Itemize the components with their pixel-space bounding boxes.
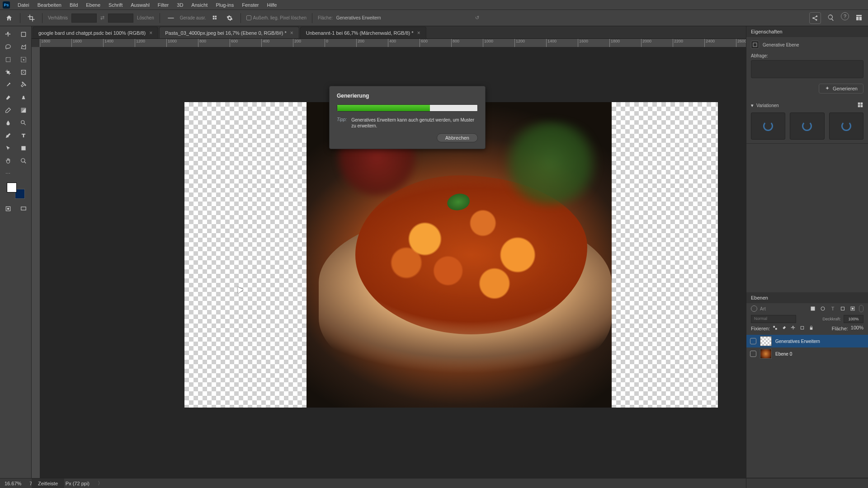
brush-tool[interactable]	[2, 92, 14, 103]
clone-stamp-tool[interactable]	[17, 92, 30, 103]
crop-tool[interactable]	[2, 67, 14, 78]
fill-opacity-input[interactable]: 100%	[851, 325, 863, 332]
hand-tool[interactable]	[2, 155, 14, 166]
lock-all-icon[interactable]	[809, 325, 815, 332]
help-icon[interactable]: ?	[841, 12, 849, 20]
menu-layer[interactable]: Ebene	[82, 2, 104, 8]
move-tool[interactable]	[2, 29, 14, 40]
variation-thumb[interactable]	[829, 113, 863, 140]
menu-edit[interactable]: Bearbeiten	[33, 2, 66, 8]
polygonal-lasso-tool[interactable]	[17, 42, 30, 52]
menu-type[interactable]: Schrift	[104, 2, 127, 8]
crop-settings-icon[interactable]	[224, 13, 235, 23]
variations-grid-icon[interactable]	[857, 102, 863, 109]
screen-mode-icon[interactable]	[17, 203, 30, 214]
blend-mode-dropdown[interactable]: Normal	[751, 315, 796, 323]
straighten-icon[interactable]	[165, 13, 176, 23]
workspace-switcher-icon[interactable]	[854, 12, 864, 23]
filter-pixel-icon[interactable]	[809, 305, 816, 312]
document-tab[interactable]: google bard und chatgpt.psdc bei 100% (R…	[33, 27, 158, 38]
prompt-input[interactable]	[751, 60, 863, 78]
ratio-height-input[interactable]	[108, 14, 133, 23]
layer-filter-search-icon[interactable]	[751, 305, 757, 312]
menu-window[interactable]: Fenster	[238, 2, 263, 8]
menu-select[interactable]: Auswahl	[127, 2, 154, 8]
spot-heal-tool[interactable]	[17, 80, 30, 90]
clear-button[interactable]: Löschen	[137, 15, 154, 20]
generate-button[interactable]: Generieren	[819, 84, 863, 94]
color-swatches[interactable]	[7, 183, 25, 199]
layers-panel-title[interactable]: Ebenen	[746, 292, 868, 303]
path-select-tool[interactable]	[2, 143, 14, 154]
close-tab-icon[interactable]: ×	[149, 30, 152, 36]
crop-tool-icon[interactable]	[26, 13, 37, 23]
eyedropper-tool[interactable]	[2, 80, 14, 90]
layer-name[interactable]: Ebene 0	[775, 352, 792, 357]
artboard-tool[interactable]	[17, 29, 30, 40]
gradient-tool[interactable]	[17, 105, 30, 116]
lock-pixels-icon[interactable]	[782, 325, 788, 332]
marquee-tool[interactable]	[2, 54, 14, 65]
more-tools[interactable]: ⋯	[2, 168, 14, 179]
frame-tool[interactable]	[17, 67, 30, 78]
filter-adjust-icon[interactable]	[819, 305, 826, 312]
straighten-label[interactable]: Gerade ausr.	[180, 15, 206, 20]
layer-visibility-icon[interactable]	[750, 338, 756, 344]
blur-tool[interactable]	[2, 117, 14, 128]
zoom-tool[interactable]	[17, 155, 30, 166]
search-icon[interactable]	[826, 12, 836, 23]
ratio-width-input[interactable]	[71, 14, 97, 23]
layer-thumb[interactable]	[760, 349, 772, 359]
layer-visibility-icon[interactable]	[750, 351, 756, 357]
cancel-button[interactable]: Abbrechen	[437, 133, 478, 142]
horizontal-ruler[interactable]: 1800160014001200100080060040020002004006…	[40, 39, 746, 47]
document-tab[interactable]: Unbenannt-1 bei 66,7% (Märchenwald, RGB/…	[300, 27, 426, 38]
zoom-value[interactable]: 16.67%	[5, 481, 21, 486]
fill-mode-dropdown[interactable]: Generatives Erweitern	[336, 15, 381, 20]
lock-transparency-icon[interactable]	[773, 325, 779, 332]
timeline-tab[interactable]: Zeitleiste	[32, 478, 64, 488]
menu-3d[interactable]: 3D	[173, 2, 187, 8]
menu-view[interactable]: Ansicht	[187, 2, 212, 8]
pen-tool[interactable]	[2, 130, 14, 141]
layer-thumb[interactable]	[760, 336, 772, 346]
lock-position-icon[interactable]	[791, 325, 797, 332]
variation-thumb[interactable]	[751, 113, 785, 140]
opacity-input[interactable]: 100%	[844, 315, 863, 323]
menu-file[interactable]: Datei	[14, 2, 33, 8]
object-select-tool[interactable]	[17, 54, 30, 65]
shape-tool[interactable]	[17, 143, 30, 154]
close-tab-icon[interactable]: ×	[290, 30, 293, 36]
close-tab-icon[interactable]: ×	[417, 30, 420, 36]
menu-plugins[interactable]: Plug-ins	[212, 2, 238, 8]
share-icon[interactable]	[809, 12, 821, 24]
lasso-tool[interactable]	[2, 42, 14, 52]
layer-row[interactable]: Ebene 0	[746, 347, 868, 360]
lock-nested-icon[interactable]	[800, 325, 806, 332]
layer-row[interactable]: Generatives Erweitern	[746, 335, 868, 347]
quick-mask-icon[interactable]	[2, 203, 14, 214]
filter-smart-icon[interactable]	[849, 305, 856, 312]
layer-name[interactable]: Generatives Erweitern	[775, 339, 820, 344]
filter-shape-icon[interactable]	[839, 305, 846, 312]
swap-ratio-icon[interactable]: ⇄	[100, 15, 104, 21]
menu-image[interactable]: Bild	[66, 2, 82, 8]
type-tool[interactable]	[17, 130, 30, 141]
canvas-area[interactable]: Generierung Tipp: Generatives Erweitern …	[40, 47, 746, 478]
overlay-grid-icon[interactable]	[210, 13, 221, 23]
eraser-tool[interactable]	[2, 105, 14, 116]
vertical-ruler[interactable]	[32, 47, 40, 478]
filter-type-icon[interactable]: T	[829, 305, 836, 312]
menu-filter[interactable]: Filter	[154, 2, 173, 8]
dodge-tool[interactable]	[17, 117, 30, 128]
document-tab[interactable]: Pasta_03_4000px.jpeg bei 16,7% (Ebene 0,…	[159, 27, 299, 38]
home-icon[interactable]	[4, 13, 14, 23]
delete-cropped-pixels-checkbox[interactable]: Außerh. lieg. Pixel löschen	[246, 15, 307, 20]
menu-help[interactable]: Hilfe	[263, 2, 281, 8]
foreground-color-swatch[interactable]	[7, 183, 17, 192]
properties-panel-title[interactable]: Eigenschaften	[746, 26, 868, 37]
variation-thumb[interactable]	[790, 113, 824, 140]
statusbar-menu-icon[interactable]: 〉	[98, 480, 103, 487]
chevron-down-icon[interactable]: ▾	[751, 103, 754, 108]
filter-toggle-icon[interactable]	[859, 305, 863, 312]
